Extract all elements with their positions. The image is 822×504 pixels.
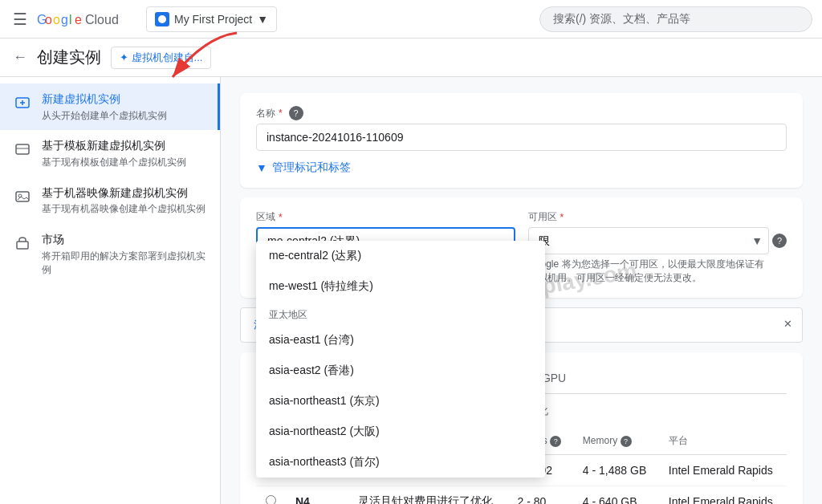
image-vm-icon	[13, 187, 32, 206]
dropdown-item-me-central2[interactable]: me-central2 (达累)	[256, 241, 545, 271]
top-navigation: ☰ G o o g l e Cloud My First Project ▼ 搜…	[0, 0, 822, 39]
sidebar-item-template-vm-content: 基于模板新建虚拟机实例 基于现有模板创建单个虚拟机实例	[42, 138, 207, 169]
marketplace-icon	[13, 234, 32, 253]
name-required-star: *	[279, 108, 283, 119]
project-icon	[155, 12, 169, 26]
main-layout: 新建虚拟机实例 从头开始创建单个虚拟机实例 基于模板新建虚拟机实例 基于现有模板…	[0, 77, 822, 504]
zone-label: 可用区 *	[528, 210, 787, 224]
sidebar-item-template-vm-title: 基于模板新建虚拟机实例	[42, 138, 207, 154]
back-button[interactable]: ←	[13, 49, 27, 66]
sidebar: 新建虚拟机实例 从头开始创建单个虚拟机实例 基于模板新建虚拟机实例 基于现有模板…	[0, 77, 221, 504]
row-n4-vcpus: 2 - 80	[507, 486, 572, 505]
search-placeholder: 搜索(/) 资源、文档、产品等	[553, 12, 690, 26]
table-row: N4 灵活且针对费用进行了优化 2 - 80 4 - 640 GB Intel …	[256, 486, 787, 505]
sidebar-item-image-vm-title: 基于机器映像新建虚拟机实例	[42, 185, 207, 201]
row-n4-memory: 4 - 640 GB	[573, 486, 659, 505]
sidebar-item-image-vm-content: 基于机器映像新建虚拟机实例 基于现有机器映像创建单个虚拟机实例	[42, 185, 207, 216]
svg-text:e: e	[75, 13, 82, 26]
region-label: 区域 *	[256, 210, 515, 224]
th-platform: 平台	[659, 428, 787, 455]
google-cloud-logo: G o o g l e Cloud	[37, 10, 133, 29]
region-field: 区域 * me-central2 (达累) me-west1 (特拉维夫) 亚太…	[256, 210, 515, 256]
name-section: 名称 * ? ▼ 管理标记和标签	[240, 93, 803, 188]
zone-select-wrapper: 限 ▼	[528, 227, 770, 254]
svg-rect-16	[17, 242, 28, 249]
sidebar-item-marketplace-desc: 将开箱即用的解决方案部署到虚拟机实例	[42, 250, 207, 277]
toggle-chevron-icon: ▼	[256, 161, 267, 174]
project-dropdown-icon: ▼	[257, 13, 268, 26]
row-n4-series: N4	[286, 486, 348, 505]
region-dropdown: me-central2 (达累) me-west1 (特拉维夫) 亚太地区 as…	[256, 241, 545, 478]
region-row: 区域 * me-central2 (达累) me-west1 (特拉维夫) 亚太…	[256, 210, 787, 285]
row-c4-platform: Intel Emerald Rapids	[659, 455, 787, 486]
sidebar-item-new-vm-title: 新建虚拟机实例	[42, 91, 205, 108]
row-n4-desc: 灵活且针对费用进行了优化	[348, 486, 508, 505]
dropdown-item-asia-northeast2[interactable]: asia-northeast2 (大阪)	[256, 417, 545, 447]
zone-select[interactable]: 限	[528, 227, 770, 254]
row-c4-memory: 4 - 1,488 GB	[573, 455, 659, 486]
dropdown-item-asia-east2[interactable]: asia-east2 (香港)	[256, 356, 545, 386]
sidebar-item-marketplace-title: 市场	[42, 232, 207, 248]
dropdown-item-asia-east1[interactable]: asia-east1 (台湾)	[256, 325, 545, 356]
sidebar-item-image-vm-desc: 基于现有机器映像创建单个虚拟机实例	[42, 202, 207, 216]
row-n4-radio-cell	[256, 486, 286, 505]
dropdown-item-asia-northeast3[interactable]: asia-northeast3 (首尔)	[256, 447, 545, 478]
sidebar-item-new-vm[interactable]: 新建虚拟机实例 从头开始创建单个虚拟机实例	[0, 83, 220, 130]
search-bar[interactable]: 搜索(/) 资源、文档、产品等	[539, 6, 812, 32]
vm-tab-label: ✦ 虚拟机创建自...	[120, 51, 202, 65]
sidebar-item-new-vm-content: 新建虚拟机实例 从头开始创建单个虚拟机实例	[42, 91, 205, 122]
region-section: 区域 * me-central2 (达累) me-west1 (特拉维夫) 亚太…	[240, 197, 803, 298]
zone-input-group: 限 ▼ ?	[528, 227, 787, 254]
svg-text:o: o	[53, 13, 60, 26]
sidebar-item-template-vm-desc: 基于现有模板创建单个虚拟机实例	[42, 156, 207, 169]
name-input[interactable]	[256, 124, 787, 151]
svg-text:g: g	[61, 13, 68, 26]
svg-text:o: o	[45, 13, 52, 26]
sidebar-item-new-vm-desc: 从头开始创建单个虚拟机实例	[42, 109, 205, 123]
svg-text:Cloud: Cloud	[85, 13, 119, 26]
name-help-icon[interactable]: ?	[289, 106, 303, 120]
hamburger-menu-icon[interactable]: ☰	[10, 6, 31, 32]
zone-help-icon[interactable]: ?	[772, 234, 787, 248]
project-name: My First Project	[174, 13, 252, 26]
info-close-button[interactable]: ✕	[783, 318, 792, 330]
dropdown-group-asia-pacific: 亚太地区	[256, 302, 545, 325]
name-label: 名称 * ?	[256, 106, 787, 120]
sidebar-item-marketplace[interactable]: 市场 将开箱即用的解决方案部署到虚拟机实例	[0, 224, 220, 284]
page-title: 创建实例	[37, 47, 101, 68]
template-vm-icon	[13, 140, 32, 159]
sub-navigation: ← 创建实例 ✦ 虚拟机创建自...	[0, 39, 822, 77]
row-n4-radio[interactable]	[266, 495, 276, 504]
sidebar-item-marketplace-content: 市场 将开箱即用的解决方案部署到虚拟机实例	[42, 232, 207, 276]
new-vm-icon	[13, 93, 32, 112]
zone-desc: Google 将为您选择一个可用区，以便最大限度地保证有虚拟机用。可用区一经确定…	[528, 258, 787, 285]
sidebar-item-image-vm[interactable]: 基于机器映像新建虚拟机实例 基于现有机器映像创建单个虚拟机实例	[0, 177, 220, 224]
region-required-star: *	[279, 212, 283, 223]
svg-text:l: l	[69, 13, 72, 26]
row-n4-platform: Intel Emerald Rapids	[659, 486, 787, 505]
zone-field: 可用区 * 限 ▼ ? Google 将为您选择一个可用区，以便最大	[528, 210, 787, 285]
svg-point-7	[158, 15, 166, 23]
vm-create-tab[interactable]: ✦ 虚拟机创建自...	[111, 47, 211, 69]
content-area: 咕购普类 gogplay.com 名称 * ? ▼ 管理标记和标签	[221, 77, 822, 504]
zone-required-star: *	[560, 212, 564, 223]
project-selector-button[interactable]: My First Project ▼	[146, 6, 277, 32]
manage-tags-toggle[interactable]: ▼ 管理标记和标签	[256, 161, 787, 175]
th-memory: Memory ?	[573, 428, 659, 455]
sidebar-item-template-vm[interactable]: 基于模板新建虚拟机实例 基于现有模板创建单个虚拟机实例	[0, 130, 220, 177]
toggle-label: 管理标记和标签	[272, 161, 351, 175]
name-field: 名称 * ?	[256, 106, 787, 151]
dropdown-item-me-west1[interactable]: me-west1 (特拉维夫)	[256, 271, 545, 302]
svg-rect-12	[16, 144, 29, 154]
dropdown-item-asia-northeast1[interactable]: asia-northeast1 (东京)	[256, 386, 545, 417]
